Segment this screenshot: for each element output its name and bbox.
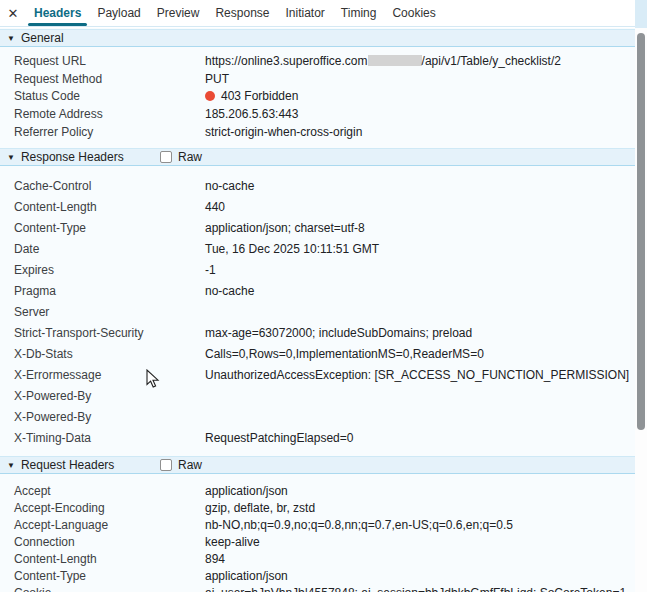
header-name: Status Code [14, 89, 80, 103]
header-name: Cookie [14, 586, 51, 592]
header-name: Pragma [14, 284, 56, 298]
header-value: no-cache [205, 284, 254, 298]
close-icon[interactable]: ✕ [0, 0, 26, 26]
detail-tab-bar: ✕ HeadersPayloadPreviewResponseInitiator… [0, 0, 647, 27]
raw-checkbox[interactable] [160, 459, 172, 471]
header-value: PUT [205, 72, 229, 86]
header-name: Server [14, 305, 49, 319]
header-name: Date [14, 242, 39, 256]
header-value: https://online3.superoffice.com/api/v1/T… [205, 54, 561, 68]
scrollbar-corner [635, 0, 647, 28]
header-value: 185.206.5.63:443 [205, 107, 298, 121]
header-name: Request URL [14, 54, 86, 68]
header-row: Status Code403 Forbidden [0, 86, 635, 104]
redacted-block [368, 55, 422, 66]
header-name: Request Method [14, 72, 102, 86]
header-name: Accept [14, 484, 51, 498]
header-name: Content-Length [14, 552, 97, 566]
header-value: -1 [205, 263, 216, 277]
tab-headers[interactable]: Headers [26, 0, 89, 26]
section-header-request-headers[interactable]: ▼Request HeadersRaw [0, 456, 635, 474]
header-row: Content-Typeapplication/json [0, 566, 635, 583]
header-row: Request URLhttps://online3.superoffice.c… [0, 51, 635, 69]
section-header-response-headers[interactable]: ▼Response HeadersRaw [0, 148, 635, 166]
raw-checkbox-label: Raw [178, 150, 202, 164]
header-row: Server [0, 302, 635, 323]
header-value: ai_user=hJnVhnJb|4557848; ai_session=bbJ… [205, 586, 626, 592]
header-row: Pragmano-cache [0, 281, 635, 302]
header-name: Expires [14, 263, 54, 277]
header-name: Remote Address [14, 107, 103, 121]
header-row: X-Powered-By [0, 407, 635, 428]
header-name: Accept-Language [14, 518, 108, 532]
header-value: Tue, 16 Dec 2025 10:11:51 GMT [205, 242, 379, 256]
header-name: Content-Type [14, 569, 86, 583]
header-name: X-Powered-By [14, 410, 91, 424]
header-value: UnauthorizedAccessException: [SR_ACCESS_… [205, 368, 647, 382]
triangle-expanded-icon: ▼ [7, 461, 15, 470]
tab-initiator[interactable]: Initiator [277, 0, 332, 26]
header-row: X-Timing-DataRequestPatchingElapsed=0 [0, 428, 635, 449]
header-row: Request MethodPUT [0, 69, 635, 87]
header-value: no-cache [205, 179, 254, 193]
header-row: X-Powered-By [0, 386, 635, 407]
header-row: Content-Typeapplication/json; charset=ut… [0, 218, 635, 239]
header-name: Accept-Encoding [14, 501, 105, 515]
header-row: Acceptapplication/json [0, 481, 635, 498]
header-name: Content-Length [14, 200, 97, 214]
header-name: X-Errormessage [14, 368, 101, 382]
header-value: keep-alive [205, 535, 260, 549]
header-name: X-Timing-Data [14, 431, 91, 445]
header-row: Expires-1 [0, 260, 635, 281]
triangle-expanded-icon: ▼ [7, 34, 15, 43]
tab-payload[interactable]: Payload [89, 0, 148, 26]
header-value: application/json [205, 569, 288, 583]
tab-timing[interactable]: Timing [333, 0, 385, 26]
header-value: strict-origin-when-cross-origin [205, 125, 362, 139]
header-name: Cache-Control [14, 179, 91, 193]
triangle-expanded-icon: ▼ [7, 153, 15, 162]
header-value: gzip, deflate, br, zstd [205, 501, 315, 515]
header-value: nb-NO,nb;q=0.9,no;q=0.8,nn;q=0.7,en-US;q… [205, 518, 513, 532]
header-row: Accept-Encodinggzip, deflate, br, zstd [0, 498, 635, 515]
header-row: Cache-Controlno-cache [0, 176, 635, 197]
scrollbar-thumb[interactable] [637, 33, 645, 430]
header-value: Calls=0,Rows=0,ImplementationMS=0,Reader… [205, 347, 484, 361]
header-row: Strict-Transport-Securitymax-age=6307200… [0, 323, 635, 344]
header-row: Content-Length894 [0, 549, 635, 566]
header-row: Referrer Policystrict-origin-when-cross-… [0, 122, 635, 140]
vertical-scrollbar[interactable] [635, 0, 647, 592]
header-name: X-Db-Stats [14, 347, 73, 361]
header-value: application/json [205, 484, 288, 498]
header-value: application/json; charset=utf-8 [205, 221, 365, 235]
status-error-dot-icon [205, 91, 215, 101]
section-title: General [21, 31, 64, 45]
header-value: RequestPatchingElapsed=0 [205, 431, 353, 445]
header-value: 894 [205, 552, 225, 566]
header-name: Referrer Policy [14, 125, 93, 139]
header-name: Strict-Transport-Security [14, 326, 144, 340]
header-row: Cookieai_user=hJnVhnJb|4557848; ai_sessi… [0, 583, 635, 592]
tab-response[interactable]: Response [207, 0, 277, 26]
header-name: X-Powered-By [14, 389, 91, 403]
header-value: 440 [205, 200, 225, 214]
header-row: Remote Address185.206.5.63:443 [0, 104, 635, 122]
section-header-general[interactable]: ▼General [0, 29, 635, 47]
tab-cookies[interactable]: Cookies [384, 0, 443, 26]
section-title: Response Headers [21, 150, 124, 164]
raw-checkbox-label: Raw [178, 458, 202, 472]
header-row: Connectionkeep-alive [0, 532, 635, 549]
network-headers-panel: ✕ HeadersPayloadPreviewResponseInitiator… [0, 0, 647, 592]
headers-content: ▼GeneralRequest URLhttps://online3.super… [0, 28, 635, 592]
tab-preview[interactable]: Preview [149, 0, 208, 26]
raw-checkbox[interactable] [160, 151, 172, 163]
header-value: max-age=63072000; includeSubDomains; pre… [205, 326, 472, 340]
header-row: Content-Length440 [0, 197, 635, 218]
header-value: 403 Forbidden [205, 89, 298, 103]
header-row: Accept-Languagenb-NO,nb;q=0.9,no;q=0.8,n… [0, 515, 635, 532]
header-row: X-ErrormessageUnauthorizedAccessExceptio… [0, 365, 635, 386]
header-row: DateTue, 16 Dec 2025 10:11:51 GMT [0, 239, 635, 260]
section-title: Request Headers [21, 458, 114, 472]
header-row: X-Db-StatsCalls=0,Rows=0,ImplementationM… [0, 344, 635, 365]
header-name: Content-Type [14, 221, 86, 235]
